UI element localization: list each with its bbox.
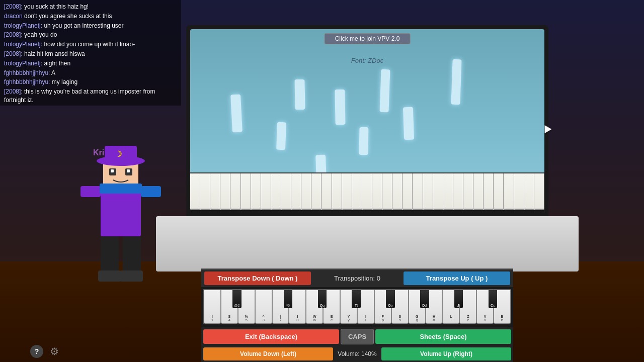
caps-button[interactable]: CAPS — [341, 329, 374, 344]
help-icon[interactable]: ? — [30, 345, 43, 358]
black-key[interactable]: * 6 — [284, 290, 293, 308]
black-key[interactable]: Q q — [318, 290, 327, 308]
transpose-down-button[interactable]: Transpose Down ( Down ) — [204, 272, 311, 285]
piano-key-group: I i O o P p S s — [357, 290, 409, 324]
chat-line: trologyPlanetj: how did you come up with… — [4, 40, 177, 49]
note-bar — [380, 69, 390, 113]
white-key — [524, 173, 534, 210]
chat-line: fghhbbbhhjjhhyu: A — [4, 69, 177, 77]
black-key[interactable]: O o — [386, 290, 395, 308]
chat-line: fghhbbbhhjjhhyu: my laging — [4, 78, 177, 86]
bottom-ui-panel: Transpose Down ( Down ) Transposition: 0… — [201, 268, 513, 362]
volume-up-button[interactable]: Volume Up (Right) — [381, 347, 511, 360]
white-key — [362, 173, 372, 210]
svg-rect-9 — [80, 186, 101, 197]
white-key — [200, 173, 210, 210]
chat-line: trologyPlanetj: aight then — [4, 59, 177, 68]
piano-keyboard-ui: ! 1 @ 2 S 4 % 5 ^ — [201, 287, 513, 327]
white-key — [392, 173, 403, 210]
note-bar — [403, 107, 414, 140]
white-key[interactable]: C c V v — [476, 290, 494, 324]
white-key[interactable]: Q q W w — [306, 290, 323, 324]
note-bar — [276, 122, 286, 150]
black-key[interactable]: T t — [352, 290, 361, 308]
settings-icon[interactable]: ⚙ — [48, 345, 61, 358]
note-bar — [359, 127, 369, 155]
transposition-label: Transposition: 0 — [313, 275, 401, 282]
monitor-screen: Click me to join VPV 2.0 Font: ZDoc — [190, 29, 544, 210]
black-key[interactable]: D d — [420, 290, 429, 308]
white-key — [494, 173, 504, 210]
white-key — [514, 173, 524, 210]
monitor-body: Click me to join VPV 2.0 Font: ZDoc — [186, 25, 548, 221]
font-label: Font: ZDoc — [351, 57, 383, 64]
white-key — [220, 173, 230, 210]
bottom-buttons-row: Exit (Backspace) CAPS Sheets (Space) — [201, 327, 513, 346]
note-bar — [335, 89, 345, 125]
chat-line: [2008]: you suck at this haiz hg! — [4, 3, 177, 11]
volume-down-button[interactable]: Volume Down (Left) — [203, 347, 333, 360]
note-bar — [230, 95, 243, 133]
piano-key-group: Z z C c V v B b — [459, 290, 511, 324]
join-vpv-button[interactable]: Click me to join VPV 2.0 — [325, 33, 411, 44]
sheets-button[interactable]: Sheets (Space) — [375, 329, 511, 344]
white-key — [241, 173, 251, 210]
svg-rect-15 — [120, 270, 143, 282]
white-key — [484, 173, 494, 210]
white-key[interactable]: D d G g — [409, 290, 426, 324]
white-key[interactable]: @ 2 S 4 — [221, 290, 238, 324]
volume-label: Volume: 140% — [335, 350, 380, 357]
white-key — [423, 173, 433, 210]
white-key — [332, 173, 342, 210]
transpose-up-button[interactable]: Transpose Up ( Up ) — [404, 272, 510, 285]
chat-line: [2008]: this is why you're bad at among … — [4, 87, 177, 105]
piano-scene: Click me to join VPV 2.0 Font: ZDoc — [186, 25, 548, 241]
white-key — [291, 173, 301, 210]
white-key — [433, 173, 443, 210]
svg-rect-14 — [98, 270, 121, 282]
note-bar — [451, 59, 461, 105]
note-bar — [294, 79, 305, 110]
white-key[interactable]: J j L l — [442, 290, 459, 324]
volume-row: Volume Down (Left) Volume: 140% Volume U… — [201, 346, 513, 362]
white-key[interactable]: ! 1 — [204, 290, 221, 324]
white-key — [210, 173, 220, 210]
white-key — [413, 173, 423, 210]
white-key — [352, 173, 362, 210]
white-key — [190, 173, 200, 210]
white-key — [453, 173, 463, 210]
black-key[interactable]: C c — [489, 290, 498, 308]
white-key[interactable]: T t Y y — [340, 290, 357, 324]
chat-panel: [2008]: you suck at this haiz hg! dracon… — [0, 0, 181, 106]
white-key — [230, 173, 240, 210]
chat-line: trologyPlanetj: uh you got an interestin… — [4, 22, 177, 30]
white-key — [321, 173, 332, 210]
transpose-row: Transpose Down ( Down ) Transposition: 0… — [201, 269, 513, 287]
white-key[interactable]: ^ 3 — [255, 290, 272, 324]
piano-keys-container: ! 1 @ 2 S 4 % 5 ^ — [203, 289, 511, 324]
white-key — [443, 173, 453, 210]
svg-text:☽: ☽ — [115, 150, 122, 158]
svg-rect-10 — [141, 186, 161, 197]
white-key[interactable]: * 6 ( 7 — [272, 290, 289, 324]
chat-line: [2008]: yeah you do — [4, 31, 177, 39]
desk — [156, 216, 579, 272]
svg-rect-7 — [111, 169, 114, 172]
white-key — [342, 173, 352, 210]
white-key — [372, 173, 382, 210]
black-key[interactable]: @ 2 — [232, 290, 242, 308]
piano-key-group: D d G g H h J j L l — [409, 290, 460, 324]
white-key — [534, 173, 544, 210]
chat-line: dracon don't you agree she sucks at this — [4, 12, 177, 21]
white-key — [311, 173, 321, 210]
white-key — [271, 173, 281, 210]
white-key — [301, 173, 311, 210]
white-key — [504, 173, 514, 210]
black-key[interactable]: J j — [454, 290, 463, 308]
white-key — [281, 173, 291, 210]
svg-rect-8 — [127, 169, 130, 172]
white-key[interactable]: O o P p — [374, 290, 391, 324]
player-character: ☽ — [70, 136, 171, 297]
exit-button[interactable]: Exit (Backspace) — [203, 329, 339, 344]
white-key — [251, 173, 261, 210]
